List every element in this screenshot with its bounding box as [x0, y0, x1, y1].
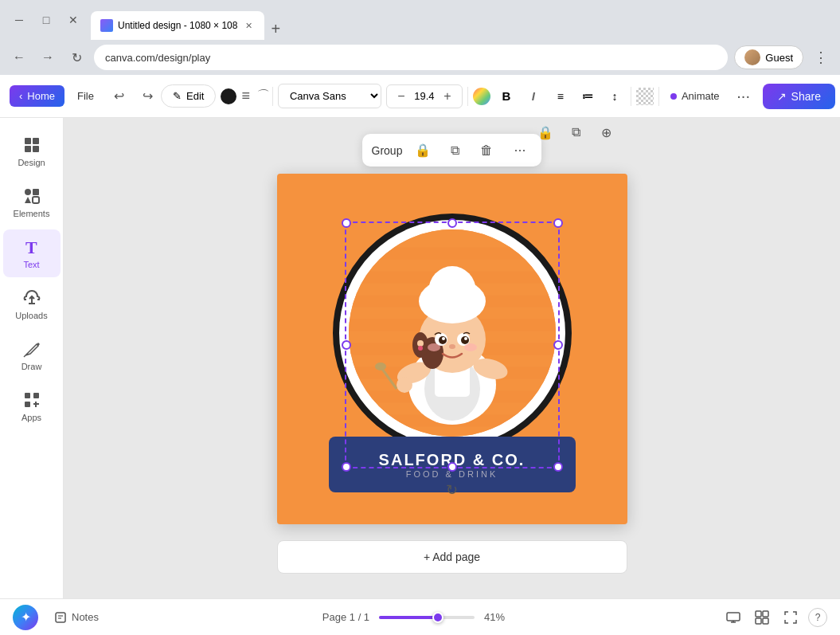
- transparency-button[interactable]: [636, 88, 654, 105]
- group-lock-button[interactable]: 🔒: [412, 139, 434, 162]
- svg-rect-1: [33, 138, 39, 144]
- group-label: Group: [372, 144, 403, 157]
- add-page-button[interactable]: + Add page: [277, 540, 627, 574]
- forward-button[interactable]: →: [37, 46, 59, 69]
- animate-button[interactable]: Animate: [664, 85, 726, 107]
- grid-view-button[interactable]: [751, 606, 773, 629]
- sidebar-item-design[interactable]: Design: [3, 127, 61, 175]
- svg-rect-12: [25, 393, 30, 398]
- more-options-button[interactable]: ···: [731, 84, 756, 109]
- notes-label: Notes: [72, 611, 99, 623]
- back-button[interactable]: ←: [8, 46, 30, 69]
- sidebar-item-elements[interactable]: Elements: [3, 178, 61, 226]
- svg-point-48: [449, 344, 455, 349]
- fullscreen-button[interactable]: [779, 606, 802, 629]
- refresh-button[interactable]: ↻: [65, 46, 88, 69]
- separator2: [467, 87, 468, 106]
- group-more-button[interactable]: ···: [507, 139, 532, 162]
- maximize-button[interactable]: □: [35, 9, 57, 31]
- company-tagline: FOOD & DRINK: [406, 469, 498, 479]
- handle-top-left[interactable]: [342, 218, 351, 228]
- font-selector[interactable]: Canva Sans: [278, 84, 381, 108]
- notes-icon: [54, 611, 67, 624]
- sidebar-item-text[interactable]: T Text: [3, 229, 61, 277]
- guest-label: Guest: [765, 52, 793, 64]
- close-button[interactable]: ✕: [62, 9, 84, 31]
- new-tab-button[interactable]: +: [264, 18, 287, 40]
- browser-controls: ─ □ ✕: [8, 9, 84, 31]
- page-label: Page 1 / 1: [322, 611, 369, 623]
- sidebar-text-label: Text: [23, 260, 39, 269]
- expand-icon[interactable]: ⊕: [595, 121, 617, 143]
- undo-button[interactable]: ↩: [107, 84, 132, 109]
- italic-button[interactable]: I: [522, 85, 545, 108]
- browser-menu-button[interactable]: ⋮: [810, 46, 832, 69]
- separator3: [631, 87, 631, 106]
- line-height-button[interactable]: ↕: [604, 85, 626, 108]
- zoom-slider-thumb[interactable]: [432, 612, 443, 623]
- magic-button[interactable]: ✦: [13, 605, 38, 630]
- font-size-value: 19.4: [412, 90, 436, 102]
- svg-point-50: [418, 346, 423, 351]
- font-size-increase-button[interactable]: +: [440, 88, 455, 104]
- zoom-label: 41%: [484, 611, 505, 623]
- svg-rect-54: [727, 613, 740, 621]
- tab-close-button[interactable]: ✕: [242, 19, 255, 32]
- group-copy-button[interactable]: ⧉: [443, 139, 466, 162]
- list-button[interactable]: ≔: [576, 85, 599, 108]
- canva-toolbar: ‹ Home File ↩ ↪ ✎ Edit ≡ ⌒ Canva Sans: [0, 75, 840, 118]
- color-picker-button[interactable]: [473, 88, 490, 105]
- logo-banner: SALFORD & CO. FOOD & DRINK: [329, 437, 576, 492]
- curve-tool-icon[interactable]: ⌒: [255, 88, 268, 104]
- zoom-slider-container: [379, 616, 475, 619]
- font-size-control: − 19.4 +: [386, 84, 463, 108]
- svg-point-46: [428, 343, 440, 351]
- share-button[interactable]: ↗ Share: [763, 84, 835, 109]
- redo-button[interactable]: ↪: [135, 84, 161, 109]
- handle-top-right[interactable]: [553, 218, 563, 228]
- lines-tool-icon[interactable]: ≡: [241, 88, 250, 104]
- elements-icon: [22, 186, 41, 206]
- svg-point-4: [25, 189, 31, 195]
- canvas-wrapper: SALFORD & CO. FOOD & DRINK ↻: [277, 174, 627, 574]
- help-button[interactable]: ?: [808, 608, 827, 627]
- font-size-decrease-button[interactable]: −: [393, 88, 409, 104]
- zoom-slider-fill: [379, 616, 435, 619]
- edit-button[interactable]: ✎ Edit: [161, 84, 216, 108]
- svg-rect-0: [25, 138, 31, 144]
- sidebar-item-apps[interactable]: Apps: [3, 382, 61, 430]
- home-chevron-icon: ‹: [19, 90, 22, 102]
- lock-icon[interactable]: 🔒: [534, 121, 557, 143]
- file-button[interactable]: File: [68, 85, 104, 107]
- desktop-icon: [726, 612, 740, 623]
- svg-text:T: T: [25, 237, 37, 257]
- home-button[interactable]: ‹ Home: [10, 85, 64, 107]
- group-delete-button[interactable]: 🗑: [475, 139, 498, 162]
- circle-tool-icon[interactable]: [221, 88, 236, 104]
- active-tab[interactable]: Untitled design - 1080 × 108 ✕: [91, 11, 264, 40]
- copy-icon[interactable]: ⧉: [565, 121, 587, 143]
- animate-label: Animate: [682, 90, 720, 102]
- guest-button[interactable]: Guest: [734, 45, 803, 69]
- svg-point-44: [442, 337, 445, 340]
- svg-point-47: [464, 343, 477, 351]
- svg-line-11: [24, 355, 25, 357]
- svg-rect-3: [33, 146, 39, 152]
- sidebar-item-draw[interactable]: Draw: [3, 331, 61, 379]
- left-sidebar: Design Elements T Text: [0, 118, 64, 598]
- minimize-button[interactable]: ─: [8, 9, 30, 31]
- svg-rect-58: [763, 611, 768, 617]
- design-icon: [22, 135, 41, 155]
- desktop-view-button[interactable]: [722, 606, 744, 629]
- design-canvas[interactable]: SALFORD & CO. FOOD & DRINK ↻: [277, 174, 627, 524]
- sidebar-item-uploads[interactable]: Uploads: [3, 280, 61, 328]
- bold-button[interactable]: B: [495, 85, 518, 108]
- tab-favicon: [100, 19, 113, 32]
- zoom-slider-track[interactable]: [379, 616, 475, 619]
- svg-rect-2: [25, 146, 31, 152]
- align-button[interactable]: ≡: [549, 85, 572, 108]
- svg-rect-14: [25, 402, 30, 407]
- notes-button[interactable]: Notes: [48, 606, 105, 629]
- address-input[interactable]: [94, 45, 728, 70]
- file-label: File: [77, 90, 94, 102]
